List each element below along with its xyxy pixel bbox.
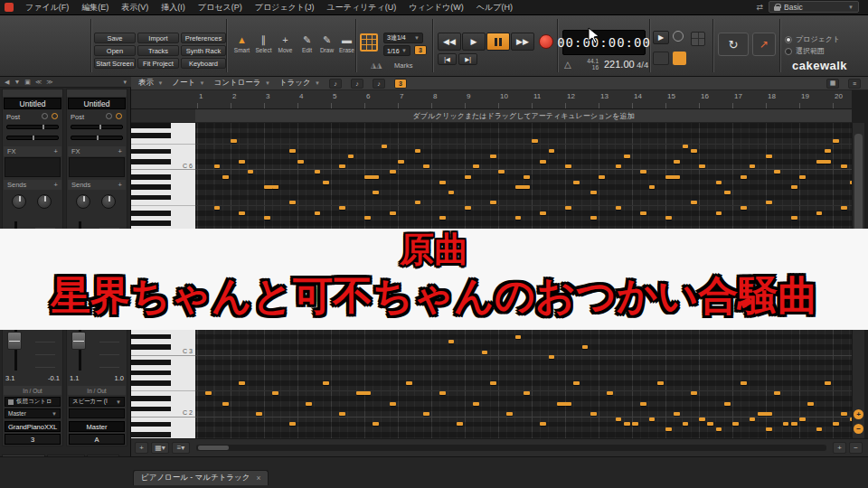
midi-note[interactable] (524, 175, 530, 179)
midi-note[interactable] (323, 381, 329, 385)
midi-note[interactable] (256, 412, 262, 416)
power-icon[interactable] (52, 113, 58, 119)
midi-note[interactable] (222, 402, 229, 406)
menu-view[interactable]: 表示(V) (115, 0, 155, 15)
midi-note[interactable] (549, 149, 555, 153)
keyboard-button[interactable]: Keyboard (181, 58, 226, 69)
midi-note[interactable] (699, 418, 705, 421)
midi-note[interactable] (214, 164, 221, 168)
midi-note[interactable] (540, 422, 546, 426)
controllers-menu[interactable]: コントローラ ▼ (214, 78, 270, 89)
forward-button[interactable]: ▶▶ (511, 33, 534, 51)
midi-note[interactable] (315, 170, 321, 174)
midi-note[interactable] (415, 201, 421, 204)
menu-window[interactable]: ウィンドウ(W) (402, 0, 470, 15)
record-button[interactable] (539, 34, 553, 49)
menu-project[interactable]: プロジェクト(J) (249, 0, 321, 15)
send-pan-knob[interactable] (101, 194, 116, 209)
go-to-end-button[interactable]: ▶| (458, 53, 477, 65)
midi-note[interactable] (616, 164, 622, 168)
time-signature-readout[interactable]: 4/4 (637, 60, 648, 70)
midi-note[interactable] (632, 422, 638, 426)
midi-note[interactable] (498, 170, 505, 174)
mix-recall-button[interactable]: ↻ (718, 33, 749, 56)
midi-note[interactable] (750, 418, 756, 421)
tempo-readout[interactable]: 221.00 (604, 59, 635, 70)
midi-note[interactable] (816, 211, 823, 215)
midi-note[interactable] (582, 345, 589, 349)
menu-help[interactable]: ヘルプ(H) (470, 0, 519, 15)
midi-note[interactable] (565, 206, 571, 210)
patch-slot[interactable]: 3 (5, 434, 61, 445)
zoom-in-vertical-button[interactable]: + (854, 409, 863, 419)
midi-note[interactable] (691, 149, 697, 153)
screenset-icon[interactable] (691, 32, 705, 46)
fx-bin[interactable] (5, 157, 61, 177)
lane-grid-dropdown[interactable]: ▦▾ (151, 442, 169, 454)
midi-note[interactable] (272, 185, 278, 189)
midi-note[interactable] (490, 381, 496, 385)
midi-note[interactable] (791, 422, 797, 426)
pan-slider[interactable] (6, 136, 59, 140)
instrument-name[interactable]: GrandPianoXXL (5, 421, 61, 432)
scope-radio-selection[interactable]: 選択範囲 (785, 45, 825, 57)
sync-icon[interactable] (653, 52, 669, 65)
midi-note[interactable] (741, 381, 747, 385)
menu-edit[interactable]: 編集(E) (75, 0, 115, 15)
next-track-icon[interactable]: ≫ (46, 79, 52, 86)
tool-smart[interactable]: ▲ Smart (231, 33, 252, 53)
midi-note[interactable] (833, 422, 839, 426)
hscroll-thumb[interactable] (198, 446, 229, 450)
tracks-button[interactable]: Tracks (137, 45, 179, 56)
midi-note[interactable] (532, 139, 538, 143)
output-dropdown[interactable]: Master ▼ (5, 408, 61, 418)
midi-note[interactable] (415, 149, 421, 153)
add-fx-button[interactable]: + (54, 147, 58, 155)
midi-note[interactable] (774, 170, 780, 174)
midi-note[interactable] (724, 191, 731, 194)
tool-edit[interactable]: ✎ Edit (297, 33, 317, 53)
midi-note[interactable] (665, 175, 680, 179)
midi-note[interactable] (289, 422, 296, 426)
midi-note[interactable] (348, 155, 354, 158)
midi-note[interactable] (674, 160, 680, 164)
midi-note[interactable] (799, 175, 806, 179)
midi-note[interactable] (799, 418, 806, 421)
lane-list-dropdown[interactable]: ≡▾ (172, 442, 190, 454)
midi-note[interactable] (248, 170, 254, 174)
midi-note[interactable] (473, 402, 479, 406)
instrument-name[interactable]: Master (69, 421, 125, 432)
snap-resolution-dropdown[interactable]: 3連1/4▼ (383, 33, 423, 43)
rewind-button[interactable]: ◀◀ (438, 33, 461, 51)
midi-note[interactable] (841, 164, 847, 168)
midi-note[interactable] (590, 216, 597, 220)
play-list-button[interactable]: ▶ (653, 31, 669, 44)
midi-note[interactable] (707, 422, 713, 426)
scope-radio-project[interactable]: プロジェクト (785, 33, 840, 45)
send-level-knob[interactable] (76, 194, 90, 209)
collapse-icon[interactable]: ◀ (5, 79, 9, 86)
midi-note[interactable] (289, 149, 296, 153)
midi-note[interactable] (716, 181, 722, 184)
midi-note[interactable] (766, 155, 772, 158)
tool-draw[interactable]: ✎ Draw (316, 33, 337, 53)
midi-note[interactable] (439, 216, 446, 220)
pin-icon[interactable]: ▾ (123, 79, 127, 86)
open-button[interactable]: Open (94, 45, 136, 56)
fx-bin[interactable] (69, 157, 125, 177)
add-send-button[interactable]: + (118, 181, 122, 189)
time-display[interactable]: 00:00:00:00 (562, 30, 646, 55)
midi-note[interactable] (339, 206, 345, 210)
play-button[interactable]: ▶ (462, 33, 486, 51)
midi-note[interactable] (691, 391, 697, 395)
synth-rack-button[interactable]: Synth Rack (181, 45, 226, 56)
midi-note[interactable] (524, 391, 530, 395)
midi-note[interactable] (624, 422, 630, 426)
workspace-dropdown[interactable]: Basic ▼ (769, 1, 859, 13)
midi-note[interactable] (272, 391, 278, 395)
midi-note[interactable] (640, 170, 646, 174)
menu-utilities[interactable]: ユーティリティ(U) (320, 0, 402, 15)
midi-note[interactable] (557, 402, 571, 406)
midi-note[interactable] (323, 181, 329, 184)
midi-note[interactable] (683, 145, 689, 148)
